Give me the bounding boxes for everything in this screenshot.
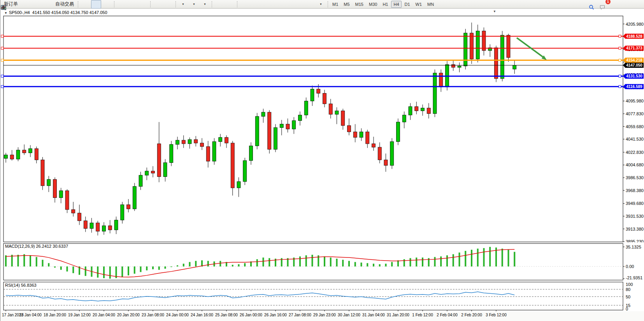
time-axis-label: 31 Jan 04:00 (362, 313, 385, 317)
timeframe-button-d1[interactable]: D1 (402, 1, 412, 8)
chart-shift-marker-icon[interactable]: ▼ (493, 10, 496, 13)
autotrading-button[interactable]: 自动交易 (53, 0, 76, 9)
add-indicator-button[interactable]: ▼ (178, 0, 188, 9)
vertical-line-button[interactable] (239, 0, 249, 9)
candle-body (41, 160, 44, 186)
svg-text:4171.373: 4171.373 (626, 46, 642, 50)
search-button[interactable] (588, 0, 598, 9)
macd-axis: 35.13250.00-21.9351 (623, 245, 642, 280)
line-endpoint-handle[interactable] (619, 85, 621, 88)
candle-body (464, 33, 467, 66)
candle-body (121, 205, 124, 220)
candle-body (23, 150, 26, 153)
zoom-out-button[interactable] (127, 0, 137, 9)
timeframe-button-w1[interactable]: W1 (413, 1, 425, 8)
candle-body (470, 33, 474, 59)
crosshair-button[interactable] (225, 0, 235, 9)
toolbar-separator (328, 1, 328, 7)
label-button[interactable]: T (305, 0, 315, 9)
market-watch-button[interactable] (32, 0, 42, 9)
macd-panel-canvas[interactable]: 35.13250.00-21.9351 (0, 242, 644, 281)
templates-button[interactable]: ▼ (200, 0, 210, 9)
indicator-window-2-button[interactable] (163, 0, 174, 9)
periods-button[interactable]: ▼ (189, 0, 199, 9)
candle-body (145, 171, 149, 175)
timeframe-button-mn[interactable]: MN (425, 1, 436, 8)
time-axis-label: 29 Jan 23:00 (313, 313, 336, 317)
candle-body (206, 146, 210, 161)
candlestick-button[interactable] (91, 0, 101, 9)
candle-body (72, 210, 75, 213)
toolbar-right-group: 1 (588, 0, 609, 9)
svg-text:4077.830: 4077.830 (626, 111, 644, 116)
toolbar-separator (78, 1, 78, 7)
tile-windows-button[interactable] (138, 0, 148, 9)
candle-body (397, 122, 400, 141)
chart-title: ▼SP500-,H4 4141.550 4154.050 4134.750 41… (4, 10, 107, 15)
line-endpoint-handle[interactable] (1, 85, 4, 88)
svg-text:4004.680: 4004.680 (626, 162, 644, 167)
cursor-button[interactable] (214, 0, 224, 9)
time-axis-label: 27 Jan 08:00 (289, 313, 311, 317)
dropdown-caret-icon[interactable]: ▼ (204, 3, 206, 5)
timeframe-button-m30[interactable]: M30 (367, 1, 379, 8)
candle-body (96, 223, 100, 231)
svg-text:4205.980: 4205.980 (626, 22, 644, 26)
price-axis: 4205.9804187.8304169.6804151.5304133.380… (623, 22, 644, 242)
rsi-panel-border (4, 282, 623, 310)
chat-button[interactable]: 1 (599, 0, 609, 9)
time-axis-label: 20 Jan 20:00 (117, 313, 140, 317)
line-endpoint-handle[interactable] (619, 75, 621, 77)
svg-text:0: 0 (626, 307, 628, 311)
fibonacci-button[interactable]: F (283, 0, 293, 9)
candle-body (507, 35, 510, 58)
svg-text:50: 50 (626, 295, 630, 299)
macd-indicator-label: MACD(12,26,9) 26.2412 30.6337 (5, 244, 68, 249)
time-axis-label: 24 Jan 16:00 (191, 313, 213, 317)
svg-text:100: 100 (626, 282, 633, 287)
ticket-icon-button[interactable] (21, 0, 31, 9)
candle-body (65, 190, 69, 210)
signal-button[interactable] (42, 0, 53, 9)
candle-body (347, 125, 351, 132)
timeframe-button-m1[interactable]: M1 (330, 1, 340, 8)
chart-collapse-icon[interactable]: ▼ (4, 11, 7, 15)
candle-body (182, 140, 185, 144)
dropdown-caret-icon[interactable]: ▼ (319, 3, 322, 5)
indicator-window-button[interactable] (153, 0, 163, 9)
time-axis-label: 3 Feb 12:00 (486, 313, 506, 317)
main-chart-canvas[interactable]: 4205.9804187.8304169.6804151.5304133.380… (0, 16, 644, 242)
candle-body (323, 93, 326, 104)
timeframe-button-h4[interactable]: H4 (391, 1, 401, 8)
line-endpoint-handle[interactable] (1, 75, 4, 77)
dropdown-caret-icon[interactable]: ▼ (193, 3, 195, 5)
svg-text:4154.218: 4154.218 (626, 58, 642, 62)
candle-body (433, 73, 437, 113)
time-axis-label: 25 Jan 08:00 (215, 313, 238, 317)
line-chart-button[interactable] (102, 0, 112, 9)
bar-chart-button[interactable] (80, 0, 90, 9)
line-endpoint-handle[interactable] (1, 59, 4, 62)
rsi-panel-canvas[interactable]: 1008050150 (0, 281, 644, 311)
timeframe-button-m15[interactable]: M15 (353, 1, 366, 8)
line-endpoint-handle[interactable] (619, 59, 621, 62)
timeframe-button-h1[interactable]: H1 (380, 1, 390, 8)
line-endpoint-handle[interactable] (1, 35, 4, 37)
line-endpoint-handle[interactable] (619, 47, 621, 49)
candle-body (274, 128, 277, 150)
line-endpoint-handle[interactable] (1, 47, 4, 49)
candle-body (170, 145, 173, 163)
channel-button[interactable]: E (272, 0, 282, 9)
svg-text:3895.230: 3895.230 (626, 239, 644, 242)
trendline-button[interactable] (261, 0, 271, 9)
dropdown-caret-icon[interactable]: ▼ (182, 3, 184, 5)
arrows-button[interactable]: ▼ (316, 0, 326, 9)
horizontal-line-button[interactable] (250, 0, 260, 9)
timeframe-button-m5[interactable]: M5 (341, 1, 352, 8)
text-button[interactable]: A (294, 0, 304, 9)
svg-text:4022.830: 4022.830 (626, 150, 644, 155)
candle-body (151, 171, 155, 173)
timeframe-group: M1M5M15M30H1H4D1W1MN (330, 1, 437, 8)
zoom-in-button[interactable] (116, 0, 126, 9)
line-endpoint-handle[interactable] (619, 35, 621, 37)
